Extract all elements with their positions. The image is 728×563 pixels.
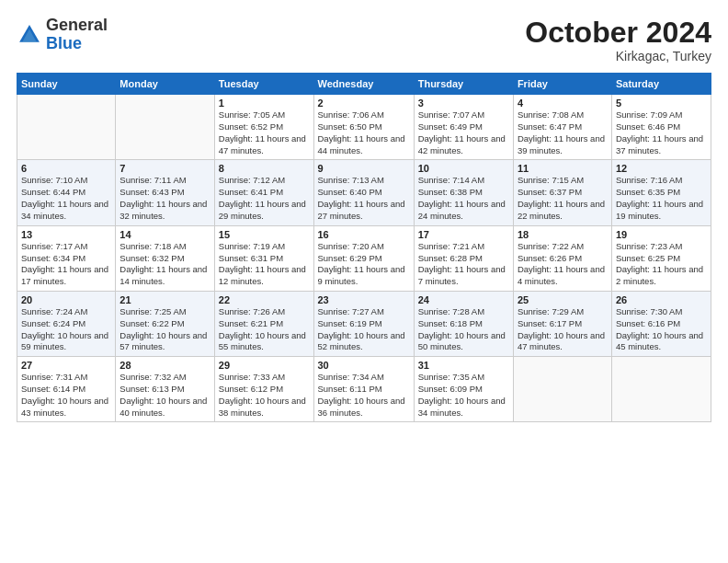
calendar-header-row: Sunday Monday Tuesday Wednesday Thursday… bbox=[17, 74, 711, 95]
day-info: Sunrise: 7:17 AM Sunset: 6:34 PM Dayligh… bbox=[21, 241, 111, 288]
table-row: 18Sunrise: 7:22 AM Sunset: 6:26 PM Dayli… bbox=[513, 225, 611, 291]
table-row: 12Sunrise: 7:16 AM Sunset: 6:35 PM Dayli… bbox=[611, 160, 711, 225]
day-info: Sunrise: 7:20 AM Sunset: 6:29 PM Dayligh… bbox=[318, 241, 410, 288]
col-sunday: Sunday bbox=[17, 74, 116, 95]
day-number: 12 bbox=[616, 163, 707, 174]
table-row: 9Sunrise: 7:13 AM Sunset: 6:40 PM Daylig… bbox=[313, 160, 414, 225]
day-number: 8 bbox=[219, 163, 310, 174]
col-thursday: Thursday bbox=[414, 74, 513, 95]
table-row: 14Sunrise: 7:18 AM Sunset: 6:32 PM Dayli… bbox=[116, 225, 214, 291]
table-row bbox=[611, 357, 711, 422]
table-row: 28Sunrise: 7:32 AM Sunset: 6:13 PM Dayli… bbox=[116, 357, 214, 422]
day-number: 5 bbox=[616, 98, 707, 109]
day-info: Sunrise: 7:09 AM Sunset: 6:46 PM Dayligh… bbox=[616, 109, 707, 156]
day-info: Sunrise: 7:28 AM Sunset: 6:18 PM Dayligh… bbox=[418, 306, 509, 353]
table-row bbox=[116, 95, 214, 160]
day-number: 11 bbox=[518, 163, 608, 174]
day-info: Sunrise: 7:19 AM Sunset: 6:31 PM Dayligh… bbox=[219, 241, 310, 288]
table-row: 25Sunrise: 7:29 AM Sunset: 6:17 PM Dayli… bbox=[513, 291, 611, 356]
day-number: 13 bbox=[21, 229, 111, 240]
table-row bbox=[17, 95, 116, 160]
day-number: 4 bbox=[518, 98, 608, 109]
table-row: 11Sunrise: 7:15 AM Sunset: 6:37 PM Dayli… bbox=[513, 160, 611, 225]
day-info: Sunrise: 7:05 AM Sunset: 6:52 PM Dayligh… bbox=[219, 109, 310, 156]
calendar-week-row: 20Sunrise: 7:24 AM Sunset: 6:24 PM Dayli… bbox=[17, 291, 711, 356]
day-info: Sunrise: 7:06 AM Sunset: 6:50 PM Dayligh… bbox=[318, 109, 410, 156]
table-row: 4Sunrise: 7:08 AM Sunset: 6:47 PM Daylig… bbox=[513, 95, 611, 160]
day-info: Sunrise: 7:13 AM Sunset: 6:40 PM Dayligh… bbox=[318, 175, 410, 222]
day-number: 28 bbox=[119, 360, 210, 371]
day-number: 18 bbox=[518, 229, 608, 240]
day-number: 20 bbox=[21, 294, 111, 305]
table-row: 15Sunrise: 7:19 AM Sunset: 6:31 PM Dayli… bbox=[214, 225, 313, 291]
month-title: October 2024 bbox=[525, 17, 711, 49]
col-friday: Friday bbox=[513, 74, 611, 95]
day-info: Sunrise: 7:31 AM Sunset: 6:14 PM Dayligh… bbox=[21, 372, 111, 419]
day-info: Sunrise: 7:18 AM Sunset: 6:32 PM Dayligh… bbox=[119, 241, 210, 288]
day-number: 3 bbox=[418, 98, 509, 109]
logo-blue: Blue bbox=[46, 34, 82, 52]
day-number: 9 bbox=[318, 163, 410, 174]
day-number: 10 bbox=[418, 163, 509, 174]
table-row: 2Sunrise: 7:06 AM Sunset: 6:50 PM Daylig… bbox=[313, 95, 414, 160]
day-number: 7 bbox=[119, 163, 210, 174]
calendar-week-row: 1Sunrise: 7:05 AM Sunset: 6:52 PM Daylig… bbox=[17, 95, 711, 160]
day-info: Sunrise: 7:08 AM Sunset: 6:47 PM Dayligh… bbox=[518, 109, 608, 156]
table-row: 24Sunrise: 7:28 AM Sunset: 6:18 PM Dayli… bbox=[414, 291, 513, 356]
table-row: 29Sunrise: 7:33 AM Sunset: 6:12 PM Dayli… bbox=[214, 357, 313, 422]
day-number: 31 bbox=[418, 360, 509, 371]
day-info: Sunrise: 7:16 AM Sunset: 6:35 PM Dayligh… bbox=[616, 175, 707, 222]
logo: General Blue bbox=[17, 17, 108, 53]
day-number: 14 bbox=[119, 229, 210, 240]
col-monday: Monday bbox=[116, 74, 214, 95]
page: General Blue October 2024 Kirkagac, Turk… bbox=[0, 0, 728, 563]
day-number: 16 bbox=[318, 229, 410, 240]
day-info: Sunrise: 7:14 AM Sunset: 6:38 PM Dayligh… bbox=[418, 175, 509, 222]
calendar-table: Sunday Monday Tuesday Wednesday Thursday… bbox=[17, 73, 711, 422]
location-subtitle: Kirkagac, Turkey bbox=[525, 49, 711, 63]
table-row: 3Sunrise: 7:07 AM Sunset: 6:49 PM Daylig… bbox=[414, 95, 513, 160]
day-number: 2 bbox=[318, 98, 410, 109]
day-number: 21 bbox=[119, 294, 210, 305]
table-row: 1Sunrise: 7:05 AM Sunset: 6:52 PM Daylig… bbox=[214, 95, 313, 160]
table-row: 6Sunrise: 7:10 AM Sunset: 6:44 PM Daylig… bbox=[17, 160, 116, 225]
calendar-week-row: 27Sunrise: 7:31 AM Sunset: 6:14 PM Dayli… bbox=[17, 357, 711, 422]
day-number: 30 bbox=[318, 360, 410, 371]
day-info: Sunrise: 7:32 AM Sunset: 6:13 PM Dayligh… bbox=[119, 372, 210, 419]
day-number: 25 bbox=[518, 294, 608, 305]
day-info: Sunrise: 7:29 AM Sunset: 6:17 PM Dayligh… bbox=[518, 306, 608, 353]
logo-text: General Blue bbox=[46, 17, 108, 53]
table-row: 7Sunrise: 7:11 AM Sunset: 6:43 PM Daylig… bbox=[116, 160, 214, 225]
table-row: 21Sunrise: 7:25 AM Sunset: 6:22 PM Dayli… bbox=[116, 291, 214, 356]
table-row bbox=[513, 357, 611, 422]
table-row: 23Sunrise: 7:27 AM Sunset: 6:19 PM Dayli… bbox=[313, 291, 414, 356]
day-number: 17 bbox=[418, 229, 509, 240]
table-row: 16Sunrise: 7:20 AM Sunset: 6:29 PM Dayli… bbox=[313, 225, 414, 291]
day-number: 1 bbox=[219, 98, 310, 109]
table-row: 26Sunrise: 7:30 AM Sunset: 6:16 PM Dayli… bbox=[611, 291, 711, 356]
header: General Blue October 2024 Kirkagac, Turk… bbox=[17, 17, 711, 63]
day-info: Sunrise: 7:15 AM Sunset: 6:37 PM Dayligh… bbox=[518, 175, 608, 222]
day-info: Sunrise: 7:21 AM Sunset: 6:28 PM Dayligh… bbox=[418, 241, 509, 288]
day-number: 26 bbox=[616, 294, 707, 305]
table-row: 27Sunrise: 7:31 AM Sunset: 6:14 PM Dayli… bbox=[17, 357, 116, 422]
day-info: Sunrise: 7:11 AM Sunset: 6:43 PM Dayligh… bbox=[119, 175, 210, 222]
day-info: Sunrise: 7:34 AM Sunset: 6:11 PM Dayligh… bbox=[318, 372, 410, 419]
day-info: Sunrise: 7:22 AM Sunset: 6:26 PM Dayligh… bbox=[518, 241, 608, 288]
day-number: 22 bbox=[219, 294, 310, 305]
table-row: 10Sunrise: 7:14 AM Sunset: 6:38 PM Dayli… bbox=[414, 160, 513, 225]
day-info: Sunrise: 7:35 AM Sunset: 6:09 PM Dayligh… bbox=[418, 372, 509, 419]
day-number: 23 bbox=[318, 294, 410, 305]
day-info: Sunrise: 7:23 AM Sunset: 6:25 PM Dayligh… bbox=[616, 241, 707, 288]
table-row: 13Sunrise: 7:17 AM Sunset: 6:34 PM Dayli… bbox=[17, 225, 116, 291]
table-row: 20Sunrise: 7:24 AM Sunset: 6:24 PM Dayli… bbox=[17, 291, 116, 356]
day-info: Sunrise: 7:33 AM Sunset: 6:12 PM Dayligh… bbox=[219, 372, 310, 419]
logo-general: General bbox=[46, 16, 108, 34]
table-row: 17Sunrise: 7:21 AM Sunset: 6:28 PM Dayli… bbox=[414, 225, 513, 291]
table-row: 30Sunrise: 7:34 AM Sunset: 6:11 PM Dayli… bbox=[313, 357, 414, 422]
day-number: 6 bbox=[21, 163, 111, 174]
day-number: 29 bbox=[219, 360, 310, 371]
col-wednesday: Wednesday bbox=[313, 74, 414, 95]
table-row: 22Sunrise: 7:26 AM Sunset: 6:21 PM Dayli… bbox=[214, 291, 313, 356]
day-info: Sunrise: 7:07 AM Sunset: 6:49 PM Dayligh… bbox=[418, 109, 509, 156]
